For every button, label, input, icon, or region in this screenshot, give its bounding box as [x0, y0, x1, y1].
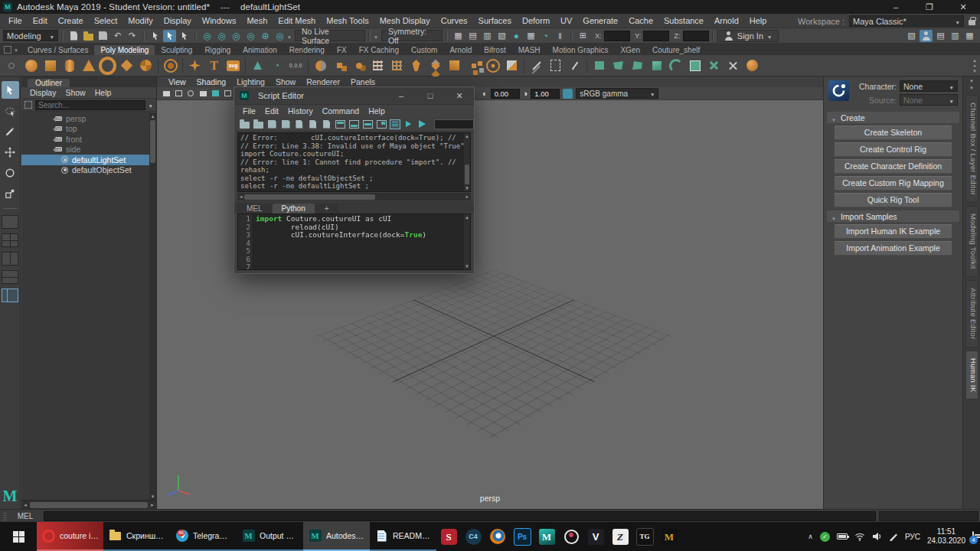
minimize-icon[interactable]: –: [879, 0, 913, 14]
shelf-tab[interactable]: MASH: [512, 45, 547, 55]
menu-item[interactable]: Help: [744, 16, 773, 25]
scale-tool-icon[interactable]: [2, 184, 19, 202]
source-script-icon[interactable]: [252, 119, 265, 130]
shelf-icon-create-curve[interactable]: [528, 57, 545, 75]
echo-all-commands-icon[interactable]: [375, 119, 388, 130]
shelf-icon-uv-editor[interactable]: [686, 57, 704, 75]
pinned-blender-icon[interactable]: [485, 522, 510, 551]
y-coordinate-input[interactable]: [643, 31, 669, 41]
load-script-icon[interactable]: [238, 119, 251, 130]
exposure-field[interactable]: 0.00: [491, 89, 520, 99]
menu-item[interactable]: Edit: [28, 16, 53, 25]
minimize-icon[interactable]: –: [387, 87, 416, 104]
shelf-icon-delete-history[interactable]: [268, 57, 286, 75]
outliner-horizontal-scrollbar[interactable]: ◄ ►: [21, 500, 156, 509]
select-object-icon[interactable]: [163, 30, 176, 42]
code-editor[interactable]: import Couture.coutureUI as cUI reload(c…: [253, 214, 470, 269]
scroll-left-icon[interactable]: ◄: [21, 503, 29, 507]
scroll-down-icon[interactable]: ▼: [465, 185, 469, 191]
viewport-menu-item[interactable]: Renderer: [301, 77, 345, 86]
search-input[interactable]: [35, 100, 145, 110]
shelf-tab[interactable]: Motion Graphics: [547, 45, 615, 55]
shelf-icon-scatter[interactable]: [465, 57, 482, 75]
shelf-gear-icon[interactable]: [4, 46, 11, 54]
history-horizontal-scrollbar[interactable]: ◄ ►: [237, 193, 471, 201]
viewport-menu-item[interactable]: Panels: [345, 77, 381, 86]
layout-two-pane-stacked-button[interactable]: [2, 270, 18, 284]
viewport-menu-item[interactable]: Lighting: [231, 77, 270, 86]
outliner-vertical-scrollbar[interactable]: ▲ ▼: [149, 113, 156, 500]
script-input-pane[interactable]: 1234567 import Couture.coutureUI as cUI …: [237, 214, 471, 270]
start-button[interactable]: [0, 522, 37, 551]
script-editor-menu-item[interactable]: File: [238, 106, 260, 116]
gamma-icon[interactable]: [523, 89, 528, 98]
outliner-menu-item[interactable]: Show: [61, 88, 89, 97]
layout-four-pane-button[interactable]: [2, 233, 18, 247]
shelf-tab[interactable]: FX Caching: [353, 45, 405, 55]
lock-camera-icon[interactable]: [173, 89, 184, 98]
layout-two-pane-side-button[interactable]: [2, 252, 18, 266]
render-settings-icon[interactable]: ▧: [495, 30, 508, 42]
outliner-item[interactable]: front: [21, 134, 156, 145]
light-editor-icon[interactable]: ▦: [524, 30, 537, 42]
rotate-tool-icon[interactable]: [2, 164, 19, 181]
shelf-icon-sweep-mesh[interactable]: [186, 57, 204, 75]
menu-item[interactable]: Generate: [577, 16, 623, 25]
camera-attributes-icon[interactable]: [185, 89, 196, 98]
make-live-icon[interactable]: ◎: [273, 30, 286, 42]
paint-select-tool-icon[interactable]: [2, 122, 19, 140]
shelf-icon-svg-tool[interactable]: [224, 57, 242, 75]
exposure-icon[interactable]: [482, 89, 488, 98]
humanik-icon[interactable]: [828, 80, 849, 101]
menu-item[interactable]: Cache: [623, 16, 658, 25]
scroll-right-icon[interactable]: ►: [464, 194, 471, 199]
clock[interactable]: 11:51 24.03.2020: [927, 527, 965, 546]
undo-icon[interactable]: ↶: [111, 30, 124, 42]
menu-item[interactable]: Display: [158, 16, 197, 25]
taskbar-task[interactable]: Output Wind...: [237, 522, 303, 551]
shelf-tab[interactable]: Sculpting: [155, 45, 198, 55]
menu-item[interactable]: Mesh Display: [374, 16, 436, 25]
outliner-item[interactable]: top: [21, 124, 156, 135]
scrollbar-thumb[interactable]: [30, 502, 148, 508]
shelf-icon-bevel[interactable]: [648, 57, 665, 75]
image-plane-icon[interactable]: [210, 89, 220, 98]
execute-all-icon[interactable]: [416, 119, 429, 130]
script-editor-menu-item[interactable]: Edit: [260, 106, 283, 116]
execute-line-icon[interactable]: [402, 119, 415, 130]
script-editor-tab[interactable]: +: [315, 204, 338, 214]
show-line-numbers-icon[interactable]: [388, 119, 401, 130]
paint-effects-icon[interactable]: ◔: [539, 30, 552, 42]
taskbar-task[interactable]: README – Б...: [370, 522, 436, 551]
outliner-item[interactable]: persp: [21, 113, 156, 124]
pinned-m-app-icon[interactable]: [657, 522, 681, 551]
render-view-icon[interactable]: ▦: [452, 30, 465, 42]
save-script-to-shelf-icon[interactable]: [279, 119, 292, 130]
pinned-photoshop-icon[interactable]: [510, 522, 534, 551]
shelf-icon-poly-cube[interactable]: [41, 57, 59, 75]
shelf-icon-curve-warp[interactable]: [667, 57, 684, 75]
view-transform-icon[interactable]: [563, 89, 573, 99]
show-input-only-icon[interactable]: [348, 119, 361, 130]
script-editor-search-field[interactable]: [434, 119, 474, 129]
pinned-cinema4d-icon[interactable]: [461, 522, 485, 551]
shelf-icon-poly-cylinder[interactable]: [60, 57, 78, 75]
antivirus-icon[interactable]: ✓: [820, 532, 830, 542]
notification-center-icon[interactable]: 4: [972, 532, 974, 541]
select-tool-icon[interactable]: [2, 81, 19, 99]
save-scene-icon[interactable]: [96, 30, 109, 42]
sidebar-tab[interactable]: Modeling Toolkit: [965, 206, 978, 277]
battery-icon[interactable]: [837, 533, 848, 540]
shelf-icon-extrude[interactable]: [590, 57, 608, 75]
shelf-icon-poly-torus[interactable]: [99, 57, 116, 75]
tray-expand-icon[interactable]: [808, 533, 813, 540]
shelf-tab[interactable]: Custom: [405, 45, 443, 55]
shelf-scrollbar[interactable]: ▲●▼: [971, 58, 980, 73]
toggle-channel-box-icon[interactable]: ▤: [934, 30, 947, 42]
close-icon[interactable]: ✕: [946, 0, 980, 14]
maximize-icon[interactable]: □: [416, 87, 445, 104]
shelf-icon-remesh[interactable]: [369, 57, 387, 75]
move-tool-icon[interactable]: [2, 143, 19, 161]
outliner-item[interactable]: side: [21, 145, 156, 155]
close-icon[interactable]: ✕: [445, 87, 474, 104]
